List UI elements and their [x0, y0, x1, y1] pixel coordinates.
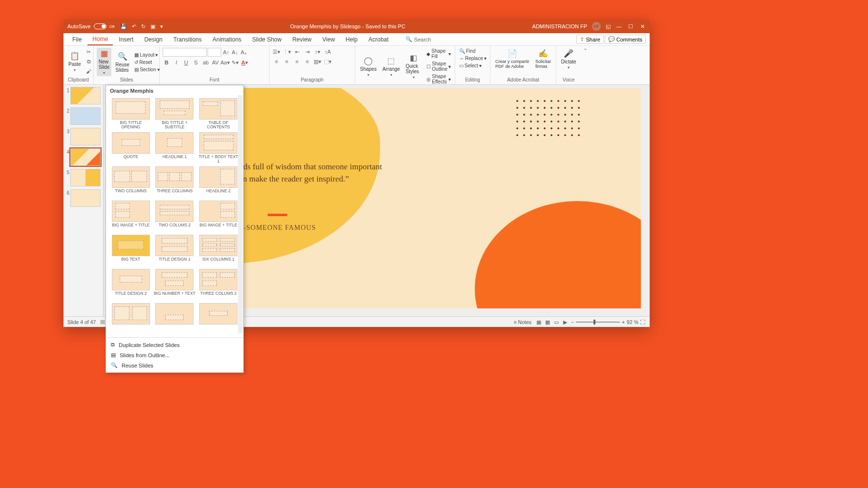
vertical-scrollbar[interactable] — [643, 88, 649, 308]
layout-option[interactable]: BIG TEXT — [110, 235, 152, 267]
share-button[interactable]: ⇪Share — [576, 35, 603, 44]
reset-button[interactable]: ↺ Reset — [133, 59, 160, 65]
section-button[interactable]: ▤ Section ▾ — [133, 66, 160, 73]
undo-icon[interactable]: ↶ — [132, 23, 136, 30]
tab-design[interactable]: Design — [139, 34, 167, 45]
layout-option[interactable]: BIG TITTLE + SUBTITLE — [154, 98, 196, 130]
tab-help[interactable]: Help — [341, 34, 363, 45]
layout-button[interactable]: ▦ Layout ▾ — [133, 52, 160, 58]
notes-button[interactable]: ≡ Notes — [514, 319, 531, 325]
ribbon-mode-icon[interactable]: ◱ — [606, 23, 611, 30]
copy-icon[interactable]: ⧉ — [85, 58, 93, 65]
case-icon[interactable]: Aa▾ — [221, 59, 229, 66]
shapes-button[interactable]: ◯Shapes▾ — [358, 55, 379, 78]
thumb-6[interactable] — [70, 189, 101, 207]
layout-option[interactable]: TWO COLUMS 2 — [154, 201, 196, 233]
strike-icon[interactable]: S — [192, 59, 200, 66]
tab-file[interactable]: File — [67, 34, 86, 45]
zoom-control[interactable]: − + 92 % ⛶ — [571, 319, 646, 325]
tab-insert[interactable]: Insert — [114, 34, 138, 45]
shadow-icon[interactable]: ab — [202, 59, 210, 66]
indent-inc-icon[interactable]: ⇥ — [303, 48, 311, 56]
autosave-toggle[interactable]: AutoSave Off — [67, 23, 114, 29]
layout-option[interactable]: THREE COLUMNS — [154, 166, 196, 199]
shape-effects-button[interactable]: ◎ Shape Effects ▾ — [425, 73, 452, 85]
layout-option[interactable]: BIG IMAGE + TITLE — [110, 201, 152, 233]
font-family-select[interactable] — [163, 48, 207, 57]
tab-slideshow[interactable]: Slide Show — [247, 34, 286, 45]
indent-dec-icon[interactable]: ⇤ — [293, 48, 301, 56]
paste-button[interactable]: 📋Paste▾ — [66, 50, 83, 73]
collapse-ribbon-icon[interactable]: ⌃ — [583, 48, 587, 53]
slideshow-icon[interactable]: ▣ — [150, 23, 155, 30]
tab-transitions[interactable]: Transitions — [169, 34, 207, 45]
save-icon[interactable]: 💾 — [120, 23, 127, 30]
align-left-icon[interactable]: ≡ — [273, 58, 280, 65]
layout-option[interactable]: HEADLINE 1 — [154, 132, 196, 164]
reuse-slides-button[interactable]: 🔍Reuse Slides — [113, 51, 131, 74]
layout-option[interactable]: TWO COLUMNS — [110, 166, 152, 199]
thumb-3[interactable] — [70, 128, 101, 145]
font-size-select[interactable] — [208, 48, 221, 57]
slideshow-view-icon[interactable]: ▶ — [561, 319, 570, 325]
quick-styles-button[interactable]: ◧Quick Styles▾ — [404, 52, 424, 81]
align-right-icon[interactable]: ≡ — [293, 58, 301, 65]
sorter-view-icon[interactable]: ▩ — [543, 319, 552, 325]
adobe-share-button[interactable]: 📄Crear y compartir PDF de Adobe — [493, 48, 531, 70]
reading-view-icon[interactable]: ▭ — [552, 319, 561, 325]
columns-icon[interactable]: ▥▾ — [314, 58, 321, 65]
font-color-icon[interactable]: A▾ — [241, 59, 249, 66]
layout-option[interactable]: TITLE + BODY TEXT 1 — [197, 132, 239, 164]
layout-option[interactable]: THREE COLUMS 2 — [197, 269, 239, 301]
justify-icon[interactable]: ≡ — [303, 58, 311, 65]
minimize-icon[interactable]: — — [615, 23, 622, 29]
thumb-4[interactable] — [70, 148, 101, 166]
cut-icon[interactable]: ✂ — [85, 48, 93, 56]
new-slide-button[interactable]: ▦New Slide▾ — [97, 48, 111, 76]
zoom-in-icon[interactable]: + — [622, 319, 625, 325]
bold-icon[interactable]: B — [163, 59, 170, 66]
accessibility-icon[interactable]: ☒ — [100, 319, 105, 325]
dictate-button[interactable]: 🎤Dictate▾ — [559, 48, 578, 71]
layout-option[interactable]: TABLE OF CONTENTS — [197, 98, 239, 130]
tab-acrobat[interactable]: Acrobat — [363, 34, 393, 45]
search-box[interactable]: 🔍Search — [405, 36, 431, 42]
redo-icon[interactable]: ↻ — [141, 23, 146, 30]
zoom-slider[interactable] — [576, 322, 620, 323]
tab-animations[interactable]: Animations — [208, 34, 246, 45]
maximize-icon[interactable]: ☐ — [627, 23, 634, 30]
select-button[interactable]: ▭ Select ▾ — [458, 62, 487, 69]
highlight-icon[interactable]: ✎▾ — [231, 59, 239, 66]
gallery-scrollbar[interactable] — [238, 95, 243, 333]
layout-option[interactable]: TITLE DESIGN 1 — [154, 235, 196, 267]
arrange-button[interactable]: ⬚Arrange▾ — [381, 55, 402, 78]
shape-outline-button[interactable]: ☐ Shape Outline ▾ — [425, 61, 452, 72]
spacing-icon[interactable]: AV — [212, 59, 219, 66]
layout-option[interactable]: TITLE DESIGN 2 — [110, 269, 152, 301]
zoom-out-icon[interactable]: − — [571, 319, 574, 325]
tab-review[interactable]: Review — [287, 34, 316, 45]
qat-more-icon[interactable]: ▾ — [160, 23, 163, 30]
normal-view-icon[interactable]: ▦ — [534, 319, 543, 325]
clear-format-icon[interactable]: Aₓ — [240, 48, 248, 56]
duplicate-slides-item[interactable]: ⧉Duplicate Selected Slides — [106, 340, 243, 350]
text-direction-icon[interactable]: ↕A — [324, 48, 332, 56]
line-spacing-icon[interactable]: ↕▾ — [314, 48, 321, 56]
increase-font-icon[interactable]: A↑ — [222, 48, 230, 56]
layout-option[interactable] — [154, 303, 196, 335]
tab-view[interactable]: View — [318, 34, 340, 45]
layout-option[interactable]: QUOTE — [110, 132, 152, 164]
bullets-icon[interactable]: ☰▾ — [273, 48, 280, 56]
format-painter-icon[interactable]: 🖌 — [85, 67, 93, 75]
replace-button[interactable]: ↔ Replace ▾ — [458, 55, 487, 61]
comments-button[interactable]: 💬Comments — [605, 35, 646, 44]
numbering-icon[interactable]: ⋮▾ — [283, 48, 291, 56]
layout-option[interactable]: HEADLINE 2 — [197, 166, 239, 199]
smartart-icon[interactable]: ⬚▾ — [324, 58, 332, 65]
layout-option[interactable]: SIX COLUMNS 1 — [197, 235, 239, 267]
shape-fill-button[interactable]: ◆ Shape Fill ▾ — [425, 48, 452, 60]
underline-icon[interactable]: U — [182, 59, 190, 66]
layout-option[interactable]: BIG NUMBER + TEXT — [154, 269, 196, 301]
thumb-1[interactable] — [70, 87, 101, 104]
thumb-2[interactable] — [70, 107, 101, 125]
